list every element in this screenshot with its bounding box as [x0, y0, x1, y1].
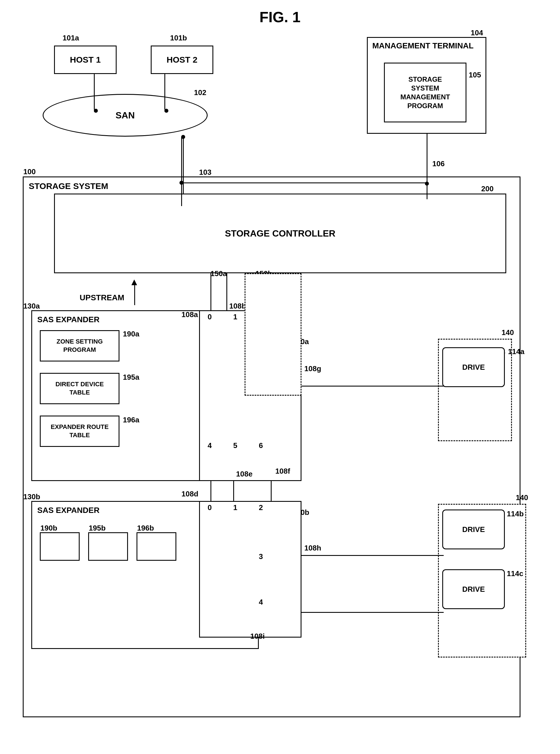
port-b-0: 0 — [207, 503, 212, 512]
port-a-0: 0 — [207, 312, 212, 321]
ref-200: 200 — [481, 185, 494, 193]
cable-108h — [301, 555, 444, 556]
line-host1-san — [94, 74, 95, 110]
ref-108a: 108a — [181, 310, 198, 319]
ref-108e: 108e — [236, 470, 253, 479]
expander-b-port-grid — [199, 501, 301, 638]
drive-c-box: DRIVE — [442, 569, 505, 609]
port-b-3: 3 — [259, 552, 263, 561]
ref-104: 104 — [471, 28, 483, 37]
line-mgmt-106 — [427, 134, 427, 199]
port-a-5: 5 — [233, 441, 237, 450]
ref-101a: 101a — [63, 34, 79, 42]
ref-130b: 130b — [23, 492, 40, 501]
san-ellipse: SAN — [43, 94, 207, 137]
ref-140-b: 140 — [516, 493, 528, 502]
ref-150a: 150a — [211, 269, 227, 278]
ref-101b: 101b — [170, 34, 187, 42]
port-b-1: 1 — [233, 503, 237, 512]
ref-140: 140 — [502, 328, 514, 337]
upstream-arrow — [132, 279, 137, 285]
ref-105-label: 105 — [469, 71, 481, 79]
ref-100: 100 — [23, 167, 36, 176]
ref-108i: 108i — [250, 632, 265, 641]
ref-108b: 108b — [229, 302, 246, 311]
line-106-h — [181, 182, 427, 183]
direct-device-table-a-box: DIRECT DEVICE TABLE — [40, 373, 119, 404]
port-b-4: 4 — [259, 598, 263, 606]
line-san-storage — [181, 137, 182, 206]
fig-title: FIG. 1 — [259, 8, 300, 26]
host1-box: HOST 1 — [54, 45, 117, 74]
dashed-150b-group — [245, 273, 301, 395]
ref-196a: 196a — [123, 415, 139, 424]
port-a-4: 4 — [207, 441, 212, 450]
zone-setting-program-a-box: ZONE SETTING PROGRAM — [40, 330, 119, 362]
port-b-2: 2 — [259, 503, 263, 512]
upstream-label: UPSTREAM — [80, 293, 124, 302]
ref-108h: 108h — [304, 544, 321, 553]
ref-108f: 108f — [275, 467, 290, 476]
upstream-line — [134, 282, 135, 305]
ref-108d: 108d — [181, 489, 198, 498]
expander-route-table-a-box: EXPANDER ROUTE TABLE — [40, 415, 119, 447]
line-host2-san — [164, 74, 165, 110]
expander-route-table-b-box — [137, 532, 176, 561]
ref-190a: 190a — [123, 330, 139, 339]
line-san-to-ctrl — [183, 137, 184, 194]
drive-a-box: DRIVE — [442, 347, 505, 387]
cable-108g — [301, 386, 444, 387]
port-a-1: 1 — [233, 312, 237, 321]
ref-190b: 190b — [40, 524, 57, 533]
ref-114a: 114a — [508, 347, 524, 356]
ref-130a: 130a — [23, 302, 40, 311]
storage-mgmt-program-box: STORAGE SYSTEM MANAGEMENT PROGRAM — [384, 63, 466, 122]
host2-box: HOST 2 — [151, 45, 213, 74]
zone-setting-program-b-box — [40, 532, 80, 561]
ref-102: 102 — [194, 88, 206, 97]
diagram-container: FIG. 1 HOST 1 101a HOST 2 101b MANAGEMEN… — [0, 0, 560, 754]
ref-196b: 196b — [137, 524, 154, 533]
ref-103: 103 — [199, 168, 211, 177]
ref-108g: 108g — [304, 364, 321, 373]
storage-controller-box: STORAGE CONTROLLER — [54, 194, 506, 273]
direct-device-table-b-box — [88, 532, 128, 561]
dot-106-h — [179, 181, 183, 185]
port-a-6: 6 — [259, 441, 263, 450]
ref-114c: 114c — [507, 569, 523, 578]
ref-195a: 195a — [123, 373, 139, 382]
drive-b-box: DRIVE — [442, 509, 505, 549]
ref-114b: 114b — [507, 509, 524, 518]
ref-195b: 195b — [89, 524, 105, 533]
ref-106: 106 — [432, 159, 444, 168]
cable-108i — [301, 612, 444, 613]
